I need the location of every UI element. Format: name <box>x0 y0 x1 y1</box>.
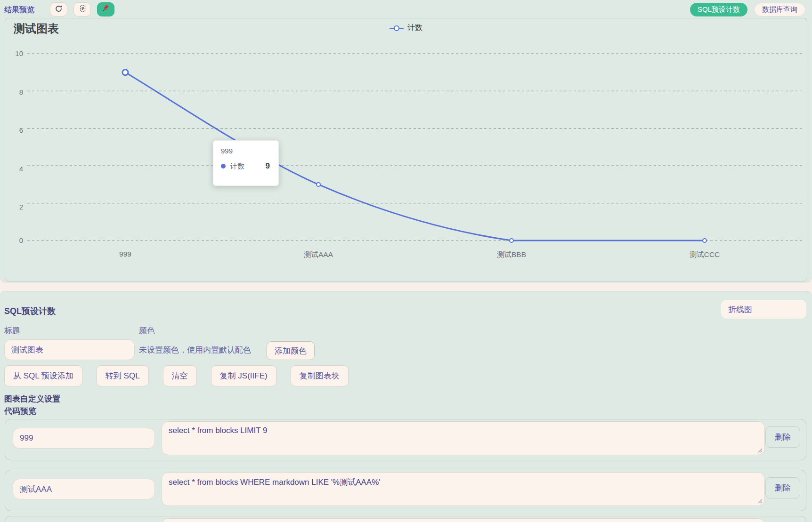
data-point[interactable] <box>122 70 128 75</box>
sql-preset-settings-panel: SQL预设计数 折线图 标题 颜色 未设置颜色，使用内置默认配色 添加颜色 从 … <box>0 291 812 522</box>
add-from-sql-preset-button[interactable]: 从 SQL 预设添加 <box>4 365 82 386</box>
chart-tooltip: 999 计数 9 <box>213 140 279 186</box>
data-point[interactable] <box>510 239 513 242</box>
result-preview-panel: 结果预览 <box>0 0 812 282</box>
tooltip-header: 999 <box>221 147 271 155</box>
chart-card: 测试图表 计数 10 8 6 4 2 0 999 测试AAA 测试BBB 测试C… <box>5 18 807 281</box>
copy-button[interactable] <box>73 2 91 16</box>
line-chart[interactable] <box>5 18 807 281</box>
copy-js-iife-button[interactable]: 复制 JS(IIFE) <box>211 365 276 386</box>
add-color-button[interactable]: 添加颜色 <box>267 341 315 360</box>
title-input[interactable] <box>4 339 135 360</box>
x-label: 测试AAA <box>285 250 351 260</box>
x-label: 测试CCC <box>672 250 738 260</box>
color-label: 颜色 <box>139 325 155 336</box>
sql-row: select * from blocks LIMIT 9 删除 <box>5 419 806 460</box>
db-query-pill[interactable]: 数据库查询 <box>754 3 805 16</box>
tooltip-value: 9 <box>266 161 271 171</box>
x-label: 测试BBB <box>479 250 544 260</box>
sql-row: select * from blocks WHERE markdown LIKE… <box>5 470 806 511</box>
sql-row: 删除 <box>5 516 806 522</box>
pin-button[interactable] <box>97 2 114 16</box>
data-point[interactable] <box>317 183 320 186</box>
row-name-input[interactable] <box>13 479 155 499</box>
chart-type-select[interactable]: 折线图 <box>721 300 806 319</box>
clear-button[interactable]: 清空 <box>163 365 197 386</box>
gridlines <box>27 54 802 241</box>
series-line <box>125 72 705 241</box>
row-sql-textarea[interactable]: select * from blocks LIMIT 9 <box>162 421 765 455</box>
refresh-button[interactable] <box>50 2 67 16</box>
custom-settings-heading: 图表自定义设置 <box>4 394 60 404</box>
copy-icon <box>79 5 86 14</box>
sql-preset-pill[interactable]: SQL预设计数 <box>690 3 747 16</box>
series-dot-icon <box>221 164 226 169</box>
x-label: 999 <box>92 250 158 258</box>
row-name-input[interactable] <box>13 428 155 449</box>
refresh-icon <box>55 5 63 15</box>
pin-icon <box>102 4 110 15</box>
code-preview-heading: 代码预览 <box>4 406 36 417</box>
tooltip-series: 计数 <box>230 162 244 171</box>
panel-title: 结果预览 <box>4 5 34 15</box>
row-sql-textarea[interactable]: select * from blocks WHERE markdown LIKE… <box>162 472 765 506</box>
data-point[interactable] <box>703 239 706 242</box>
actions-row: 从 SQL 预设添加 转到 SQL 清空 复制 JS(IIFE) 复制图表块 <box>4 365 349 386</box>
title-label: 标题 <box>4 325 20 336</box>
delete-row-button[interactable]: 删除 <box>765 426 800 448</box>
go-to-sql-button[interactable]: 转到 SQL <box>97 365 149 386</box>
color-hint: 未设置颜色，使用内置默认配色 <box>139 339 251 360</box>
page: { "toolbar": { "title": "结果预览", "sql_pre… <box>0 0 812 522</box>
delete-row-button[interactable]: 删除 <box>765 477 800 498</box>
copy-chart-block-button[interactable]: 复制图表块 <box>291 365 349 386</box>
row-sql-textarea[interactable] <box>162 518 765 522</box>
section-heading: SQL预设计数 <box>4 305 56 317</box>
